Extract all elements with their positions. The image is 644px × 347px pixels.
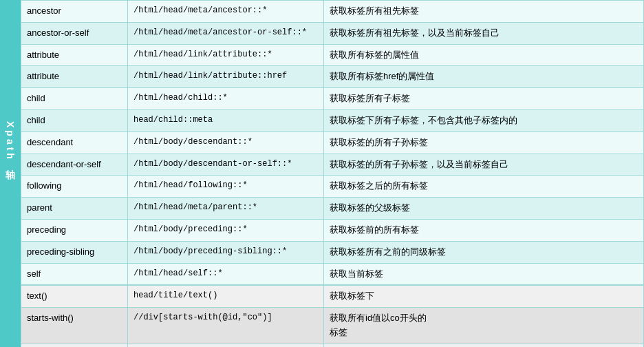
axis-path: /html/body/preceding-sibling::* (128, 241, 324, 263)
table-row: contains() //div[contains(@id,"co")] 获取i… (21, 344, 644, 347)
axis-desc: 获取标签下所有子标签，不包含其他子标签内的 (324, 109, 644, 132)
page-container: Xpath轴 ancestor /html/head/meta/ancestor… (0, 0, 644, 347)
table-row: starts-with() //div[starts-with(@id,"co"… (21, 308, 644, 344)
axis-desc: 获取标签之后的所有标签 (324, 176, 644, 198)
table-row: preceding-sibling /html/body/preceding-s… (21, 241, 644, 263)
axis-name: self (21, 263, 128, 285)
xpath-table: ancestor /html/head/meta/ancestor::* 获取标… (21, 0, 644, 285)
axis-path: /html/head/link/attribute::* (128, 44, 324, 66)
axis-name: preceding (21, 219, 128, 241)
func-name: starts-with() (21, 308, 128, 344)
axis-desc: 获取所有标签的属性值 (324, 44, 644, 66)
axis-desc: 获取标签所有祖先标签，以及当前标签自己 (324, 22, 644, 44)
axis-path: /html/head/child::* (128, 88, 324, 110)
axis-path: /html/head/meta/ancestor-or-self::* (128, 22, 324, 44)
axis-name: preceding-sibling (21, 241, 128, 263)
axis-path: /html/head/self::* (128, 263, 324, 285)
axis-name: parent (21, 198, 128, 220)
table-row: ancestor-or-self /html/head/meta/ancesto… (21, 22, 644, 44)
axis-name: ancestor-or-self (21, 22, 128, 44)
func-name: contains() (21, 344, 128, 347)
xpath-label: Xpath轴 (0, 0, 21, 285)
axis-path: head/child::meta (128, 109, 324, 132)
axis-path: /html/head/meta/ancestor::* (128, 1, 324, 23)
func-section: 功能函数 text() head/title/text() 获取标签下标签中的文… (0, 285, 644, 347)
table-row: ancestor /html/head/meta/ancestor::* 获取标… (21, 1, 644, 23)
func-path: //div[contains(@id,"co")] (128, 344, 324, 347)
table-row: attribute /html/head/link/attribute::* 获… (21, 44, 644, 66)
axis-desc: 获取标签的所有子孙标签 (324, 132, 644, 154)
table-row: parent /html/head/meta/parent::* 获取标签的父级… (21, 198, 644, 220)
axis-name: descendant (21, 132, 128, 154)
func-desc: 获取标签下标签中的文本信息</td> (324, 286, 644, 308)
func-table: text() head/title/text() 获取标签下标签中的文本信息</… (21, 285, 644, 347)
table-row: descendant-or-self /html/body/descendant… (21, 154, 644, 176)
axis-desc: 获取当前标签 (324, 263, 644, 285)
func-path: head/title/text() (128, 286, 324, 308)
func-path: //div[starts-with(@id,"co")] (128, 308, 324, 344)
axis-desc: 获取标签前的所有标签 (324, 219, 644, 241)
axis-desc: 获取标签所有祖先标签 (324, 1, 644, 23)
axis-desc: 获取标签所有之前的同级标签 (324, 241, 644, 263)
table-row: attribute /html/head/link/attribute::hre… (21, 66, 644, 88)
table-row: text() head/title/text() 获取标签下标签中的文本信息</… (21, 286, 644, 308)
table-row: child head/child::meta 获取标签下所有子标签，不包含其他子… (21, 109, 644, 132)
axis-desc: 获取标签的父级标签 (324, 198, 644, 220)
axis-name: attribute (21, 44, 128, 66)
xpath-section: Xpath轴 ancestor /html/head/meta/ancestor… (0, 0, 644, 285)
axis-desc: 获取标签的所有子孙标签，以及当前标签自己 (324, 154, 644, 176)
axis-path: /html/body/descendant::* (128, 132, 324, 154)
table-row: child /html/head/child::* 获取标签所有子标签 (21, 88, 644, 110)
axis-path: /html/head/meta/parent::* (128, 198, 324, 220)
table-row: self /html/head/self::* 获取当前标签 (21, 263, 644, 285)
axis-name: child (21, 88, 128, 110)
axis-name: following (21, 176, 128, 198)
axis-name: attribute (21, 66, 128, 88)
table-row: following /html/head/following::* 获取标签之后… (21, 176, 644, 198)
axis-name: child (21, 109, 128, 132)
axis-path: /html/body/descendant-or-self::* (128, 154, 324, 176)
axis-name: descendant-or-self (21, 154, 128, 176)
axis-path: /html/body/preceding::* (128, 219, 324, 241)
axis-path: /html/head/following::* (128, 176, 324, 198)
axis-name: ancestor (21, 1, 128, 23)
func-name: text() (21, 286, 128, 308)
func-desc: 获取id值包含co的标签 (324, 344, 644, 347)
axis-desc: 获取所有标签href的属性值 (324, 66, 644, 88)
axis-desc: 获取标签所有子标签 (324, 88, 644, 110)
table-row: descendant /html/body/descendant::* 获取标签… (21, 132, 644, 154)
table-row: preceding /html/body/preceding::* 获取标签前的… (21, 219, 644, 241)
axis-path: /html/head/link/attribute::href (128, 66, 324, 88)
func-label: 功能函数 (0, 285, 21, 347)
func-desc: 获取所有id值以co开头的标签 (324, 308, 644, 344)
